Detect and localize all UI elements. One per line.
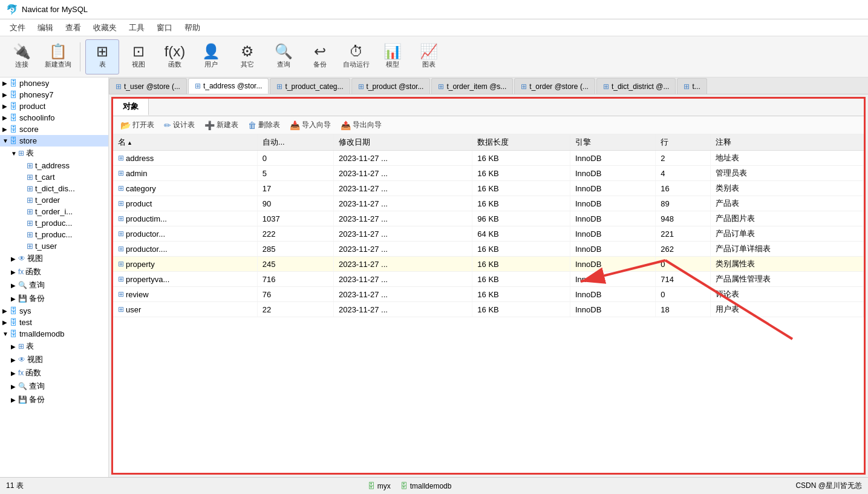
sidebar-item-store-tables[interactable]: ▼⊞表 (0, 147, 108, 160)
sidebar-item-store-funcs[interactable]: ▶fx函数 (0, 265, 108, 278)
col-header-4[interactable]: 引擎 (570, 134, 655, 151)
user-label: 用户 (204, 60, 218, 69)
tab-t_user[interactable]: ⊞t_user @store (... (109, 78, 187, 94)
table-row[interactable]: ⊞propertyva...7162023-11-27 ...16 KBInno… (113, 272, 864, 287)
sidebar-item-t_order[interactable]: ⊞t_order (0, 194, 108, 206)
toolbar-btn-user[interactable]: 👤用户 (194, 39, 228, 74)
cell-5-5: 221 (656, 226, 711, 242)
sidebar-item-t_address[interactable]: ⊞t_address (0, 160, 108, 171)
tree-label-test: test (19, 318, 32, 327)
sidebar-item-t_produc1[interactable]: ⊞t_produc... (0, 217, 108, 229)
object-tabs: 对象 (113, 99, 864, 116)
col-header-5[interactable]: 行 (656, 134, 711, 151)
table-row[interactable]: ⊞property2452023-11-27 ...16 KBInnoDB0类别… (113, 257, 864, 272)
menu-item-工具[interactable]: 工具 (123, 21, 151, 35)
col-header-6[interactable]: 注释 (711, 134, 864, 151)
tab-t_order_item[interactable]: ⊞t_order_item @s... (431, 78, 513, 94)
sidebar-item-t_dict_dis[interactable]: ⊞t_dict_dis... (0, 183, 108, 194)
table-row[interactable]: ⊞admin52023-11-27 ...16 KBInnoDB4管理员表 (113, 166, 864, 181)
sidebar-item-store[interactable]: ▼🗄store (0, 135, 108, 147)
sidebar-item-tmalldemodb[interactable]: ▼🗄tmalldemodb (0, 328, 108, 340)
tab-label-t_product_categ: t_product_categ... (285, 82, 343, 91)
tree-icon-test: 🗄 (10, 318, 18, 327)
col-header-2[interactable]: 修改日期 (333, 134, 472, 151)
menu-item-帮助[interactable]: 帮助 (178, 21, 206, 35)
tree-icon-t_dict_dis: ⊞ (27, 184, 33, 193)
toolbar-btn-model[interactable]: 📊模型 (376, 39, 410, 74)
col-header-3[interactable]: 数据长度 (472, 134, 570, 151)
toolbar-btn-other[interactable]: ⚙其它 (230, 39, 264, 74)
sidebar[interactable]: ▶🗄phonesy▶🗄phonesy7▶🗄product▶🗄schoolinfo… (0, 77, 109, 477)
table-row[interactable]: ⊞productor....2852023-11-27 ...16 KBInno… (113, 242, 864, 257)
auto-run-icon: ⏱ (349, 44, 364, 59)
connect-icon: 🔌 (13, 44, 31, 59)
table-row[interactable]: ⊞product902023-11-27 ...16 KBInnoDB89产品表 (113, 196, 864, 211)
col-header-1[interactable]: 自动... (257, 134, 333, 151)
table-row[interactable]: ⊞productim...10372023-11-27 ...96 KBInno… (113, 211, 864, 226)
sub-btn-export[interactable]: 📤导出向导 (338, 119, 384, 131)
toolbar-btn-connect[interactable]: 🔌连接 (5, 39, 39, 74)
toolbar-btn-new-query[interactable]: 📋新建查询 (41, 39, 75, 74)
tab-t_product[interactable]: ⊞t_product @stor... (351, 78, 431, 94)
sidebar-item-store-backup[interactable]: ▶💾备份 (0, 292, 108, 305)
menu-item-收藏夹[interactable]: 收藏夹 (87, 21, 123, 35)
cell-1-4: 1037 (257, 211, 333, 226)
sidebar-item-store-views[interactable]: ▶👁视图 (0, 252, 108, 265)
tab-t_dict_district[interactable]: ⊞t_dict_district @... (596, 78, 676, 94)
toolbar-btn-function[interactable]: f(x)函数 (158, 39, 192, 74)
table-row[interactable]: ⊞review762023-11-27 ...16 KBInnoDB0评论表 (113, 287, 864, 302)
tab-t_address[interactable]: ⊞t_address @stor... (188, 78, 269, 94)
toolbar-btn-table[interactable]: ⊞表 (85, 39, 119, 74)
cell-name-2: ⊞category (113, 181, 257, 196)
sidebar-item-tmall-funcs[interactable]: ▶fx函数 (0, 366, 108, 380)
table-row[interactable]: ⊞category172023-11-27 ...16 KBInnoDB16类别… (113, 181, 864, 196)
tab-icon-t_product: ⊞ (358, 82, 364, 91)
obj-tab-对象[interactable]: 对象 (113, 99, 149, 116)
sub-btn-open[interactable]: 📂打开表 (118, 119, 157, 131)
tree-arrow-tmall-tables: ▶ (11, 343, 18, 350)
sidebar-item-t_user[interactable]: ⊞t_user (0, 240, 108, 252)
toolbar-btn-view[interactable]: ⊡视图 (122, 39, 155, 74)
sidebar-item-sys[interactable]: ▶🗄sys (0, 305, 108, 317)
tree-label-phonesy: phonesy (19, 79, 49, 88)
toolbar-btn-backup[interactable]: ↩备份 (303, 39, 337, 74)
tab-t_order[interactable]: ⊞t_order @store (... (514, 78, 595, 94)
sidebar-item-tmall-queries[interactable]: ▶🔍查询 (0, 380, 108, 393)
table-row[interactable]: ⊞user222023-11-27 ...16 KBInnoDB18用户表 (113, 302, 864, 317)
sidebar-item-store-queries[interactable]: ▶🔍查询 (0, 278, 108, 292)
menu-item-文件[interactable]: 文件 (4, 21, 31, 35)
sidebar-item-tmall-backup[interactable]: ▶💾备份 (0, 393, 108, 406)
sidebar-item-schoolinfo[interactable]: ▶🗄schoolinfo (0, 112, 108, 123)
tree-icon-t_address: ⊞ (27, 161, 33, 170)
cell-6-7: 类别属性表 (711, 257, 864, 272)
cell-4-7: InnoDB (570, 257, 655, 272)
table-row[interactable]: ⊞address02023-11-27 ...16 KBInnoDB2地址表 (113, 151, 864, 166)
menu-item-编辑[interactable]: 编辑 (31, 21, 59, 35)
sidebar-item-score[interactable]: ▶🗄score (0, 123, 108, 135)
object-table[interactable]: 名▲自动...修改日期数据长度引擎行注释 ⊞address02023-11-27… (113, 134, 864, 473)
sidebar-item-tmall-views[interactable]: ▶👁视图 (0, 353, 108, 366)
tab-more[interactable]: ⊞t... (677, 78, 706, 94)
toolbar-btn-chart[interactable]: 📈图表 (412, 39, 446, 74)
menu-item-窗口[interactable]: 窗口 (151, 21, 178, 35)
sidebar-item-t_cart[interactable]: ⊞t_cart (0, 171, 108, 183)
cell-3-2: 16 KB (472, 181, 570, 196)
menu-item-查看[interactable]: 查看 (59, 21, 87, 35)
sub-btn-import[interactable]: 📥导入向导 (287, 119, 333, 131)
sidebar-item-test[interactable]: ▶🗄test (0, 317, 108, 328)
sidebar-item-t_order_i[interactable]: ⊞t_order_i... (0, 206, 108, 217)
col-header-0[interactable]: 名▲ (113, 134, 257, 151)
sidebar-item-t_produc2[interactable]: ⊞t_produc... (0, 229, 108, 240)
sub-btn-delete-table[interactable]: 🗑删除表 (246, 119, 282, 131)
sidebar-item-product[interactable]: ▶🗄product (0, 100, 108, 112)
toolbar-btn-auto-run[interactable]: ⏱自动运行 (339, 39, 373, 74)
sub-btn-new-table[interactable]: ➕新建表 (202, 119, 241, 131)
sidebar-item-phonesy[interactable]: ▶🗄phonesy (0, 77, 108, 89)
toolbar-btn-query[interactable]: 🔍查询 (267, 39, 301, 74)
auto-run-label: 自动运行 (343, 60, 370, 69)
sidebar-item-phonesy7[interactable]: ▶🗄phonesy7 (0, 89, 108, 100)
table-row[interactable]: ⊞productor...2222023-11-27 ...64 KBInnoD… (113, 226, 864, 242)
sidebar-item-tmall-tables[interactable]: ▶⊞表 (0, 340, 108, 353)
sub-btn-design[interactable]: ✏设计表 (162, 119, 197, 131)
tab-t_product_categ[interactable]: ⊞t_product_categ... (270, 78, 350, 94)
